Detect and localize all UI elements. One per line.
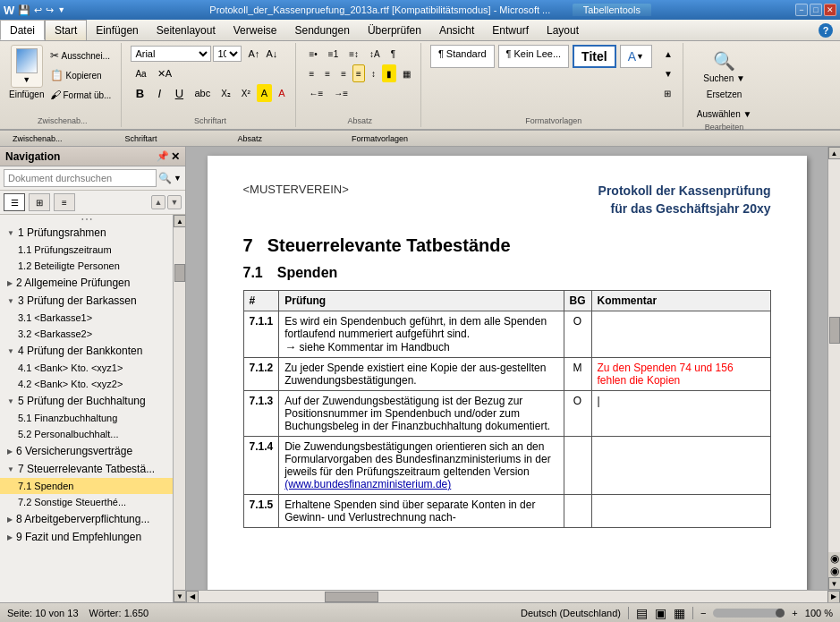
view-layout-btn[interactable]: ▣ — [655, 606, 666, 620]
superscript-button[interactable]: X² — [237, 84, 255, 102]
font-case-button[interactable]: Aa — [131, 64, 150, 82]
font-shrink-button[interactable]: A↓ — [261, 45, 277, 63]
nav-next-button[interactable]: ▼ — [167, 195, 182, 209]
qat-redo[interactable]: ↪ — [46, 4, 54, 16]
nav-item-1-1[interactable]: 1.1 Prüfungszeitraum — [0, 242, 173, 258]
decrease-indent-button[interactable]: ←≡ — [305, 84, 328, 102]
suchen-button[interactable]: 🔍 Suchen ▼ — [703, 48, 745, 83]
doc-hscrollbar[interactable]: ◀ ▶ — [186, 590, 840, 602]
ersetzen-button[interactable]: Ersetzen — [702, 85, 746, 103]
nav-search-icon[interactable]: 🔍 — [158, 172, 172, 184]
nav-item-3-2[interactable]: 3.2 <Barkasse2> — [0, 326, 173, 342]
menu-datei[interactable]: Datei — [0, 20, 45, 40]
nav-item-2[interactable]: ▶ 2 Allgemeine Prüfungen — [0, 274, 173, 292]
styles-scroll-down[interactable]: ▼ — [659, 64, 677, 82]
border-button[interactable]: ▦ — [398, 64, 415, 82]
nav-item-3[interactable]: ▼ 3 Prüfung der Barkassen — [0, 292, 173, 310]
minimize-button[interactable]: − — [795, 4, 808, 16]
einfuegen-button[interactable]: ▼ Einfügen — [9, 45, 44, 99]
nav-close-button[interactable]: ✕ — [171, 150, 180, 163]
nav-item-5-1[interactable]: 5.1 Finanzbuchhaltung — [0, 410, 173, 426]
nav-view-headings[interactable]: ☰ — [4, 193, 25, 211]
view-web-btn[interactable]: ▦ — [674, 606, 685, 620]
doc-page-down-btn[interactable]: ◉ — [828, 565, 841, 577]
help-button[interactable]: ? — [811, 23, 840, 38]
nav-item-9[interactable]: ▶ 9 Fazit und Empfehlungen — [0, 528, 173, 546]
menu-einfuegen[interactable]: Einfügen — [87, 20, 147, 40]
menu-ueberpruefen[interactable]: Überprüfen — [359, 20, 430, 40]
doc-scroll-up-btn[interactable]: ▲ — [828, 147, 841, 159]
shading-button[interactable]: ▮ — [382, 64, 396, 82]
nav-item-4-1[interactable]: 4.1 <Bank> Kto. <xyz1> — [0, 360, 173, 376]
doc-scroll-area[interactable]: <MUSTERVEREIN> Protokoll der Kassenprüfu… — [186, 147, 827, 590]
strikethrough-button[interactable]: abc — [190, 84, 215, 102]
nav-pin-button[interactable]: 📌 — [157, 150, 169, 163]
doc-vscrollbar[interactable]: ▲ ◉ ◉ ▼ — [827, 147, 840, 590]
nav-scroll-down-btn[interactable]: ▼ — [174, 590, 185, 602]
nav-search-dropdown[interactable]: ▼ — [174, 174, 182, 183]
bundesfinanzministerium-link[interactable]: (www.bundesfinanzministerium.de) — [284, 478, 451, 490]
nav-item-4-2[interactable]: 4.2 <Bank> Kto. <xyz2> — [0, 376, 173, 392]
align-left-button[interactable]: ≡ — [305, 64, 319, 82]
nav-item-5[interactable]: ▼ 5 Prüfung der Buchhaltung — [0, 392, 173, 410]
highlight-button[interactable]: A — [257, 84, 272, 102]
list-number-button[interactable]: ≡1 — [324, 45, 343, 63]
restore-button[interactable]: □ — [810, 4, 822, 16]
menu-sendungen[interactable]: Sendungen — [285, 20, 358, 40]
list-multilevel-button[interactable]: ≡↕ — [344, 45, 363, 63]
style-kein-button[interactable]: ¶ Kein Lee... — [498, 45, 570, 68]
doc-hscroll-thumb[interactable] — [325, 592, 378, 602]
nav-item-7[interactable]: ▼ 7 Steuerrelevante Tatbestä... — [0, 460, 173, 478]
font-color-button[interactable]: A — [274, 84, 289, 102]
qat-undo[interactable]: ↩ — [34, 4, 42, 16]
clear-format-button[interactable]: ✕A — [153, 64, 176, 82]
nav-item-4[interactable]: ▼ 4 Prüfung der Bankkonten — [0, 342, 173, 360]
italic-button[interactable]: I — [150, 84, 168, 102]
font-grow-button[interactable]: A↑ — [243, 45, 259, 63]
nav-item-1[interactable]: ▼ 1 Prüfungsrahmen — [0, 224, 173, 242]
align-justify-button[interactable]: ≡ — [352, 64, 365, 82]
doc-page-up-btn[interactable]: ◉ — [828, 552, 841, 565]
doc-scroll-down-btn[interactable]: ▼ — [828, 577, 841, 590]
styles-more[interactable]: ⊞ — [659, 84, 677, 102]
format-ubertragen-button[interactable]: 🖌Format üb... — [46, 86, 115, 104]
nav-view-pages[interactable]: ⊞ — [29, 193, 50, 211]
subscript-button[interactable]: X₂ — [216, 84, 235, 102]
doc-hscroll-left-btn[interactable]: ◀ — [186, 591, 199, 603]
zoom-slider-thumb[interactable] — [776, 609, 785, 618]
increase-indent-button[interactable]: →≡ — [329, 84, 352, 102]
styles-scroll-up[interactable]: ▲ — [659, 45, 677, 63]
doc-hscroll-right-btn[interactable]: ▶ — [827, 591, 840, 603]
menu-seitenlayout[interactable]: Seitenlayout — [148, 20, 225, 40]
qat-dropdown[interactable]: ▼ — [57, 5, 65, 14]
nav-item-6[interactable]: ▶ 6 Versicherungsverträge — [0, 442, 173, 460]
menu-layout[interactable]: Layout — [538, 20, 588, 40]
zoom-in-btn[interactable]: + — [792, 608, 797, 618]
nav-item-1-2[interactable]: 1.2 Beteiligte Personen — [0, 258, 173, 274]
align-center-button[interactable]: ≡ — [320, 64, 335, 82]
list-bullet-button[interactable]: ≡• — [305, 45, 322, 63]
menu-start[interactable]: Start — [45, 20, 87, 40]
zoom-slider[interactable] — [713, 609, 785, 618]
nav-search-input[interactable] — [4, 169, 157, 187]
nav-item-3-1[interactable]: 3.1 <Barkasse1> — [0, 310, 173, 326]
nav-scroll-up-btn[interactable]: ▲ — [174, 215, 185, 227]
view-normal-btn[interactable]: ▤ — [636, 606, 648, 620]
sort-button[interactable]: ↕A — [365, 45, 385, 63]
style-formatvorlagen-aendern-button[interactable]: A▼ — [620, 45, 652, 68]
bold-button[interactable]: B — [131, 84, 148, 102]
nav-scroll-thumb[interactable] — [174, 264, 185, 282]
align-right-button[interactable]: ≡ — [336, 64, 351, 82]
font-name-selector[interactable]: Arial — [131, 46, 211, 62]
nav-prev-button[interactable]: ▲ — [151, 195, 165, 209]
nav-item-7-2[interactable]: 7.2 Sonstige Steuerthé... — [0, 494, 173, 510]
line-spacing-button[interactable]: ↕ — [367, 64, 380, 82]
nav-item-5-2[interactable]: 5.2 Personalbuchhalt... — [0, 426, 173, 442]
menu-ansicht[interactable]: Ansicht — [430, 20, 483, 40]
show-formatting-button[interactable]: ¶ — [386, 45, 400, 63]
ausschneiden-button[interactable]: ✂Ausschnei... — [46, 47, 115, 64]
style-standard-button[interactable]: ¶ Standard — [430, 45, 495, 68]
nav-item-8[interactable]: ▶ 8 Arbeitgeberverpflichtung... — [0, 510, 173, 528]
qat-save[interactable]: 💾 — [18, 4, 30, 16]
nav-item-7-1[interactable]: 7.1 Spenden — [0, 478, 173, 494]
